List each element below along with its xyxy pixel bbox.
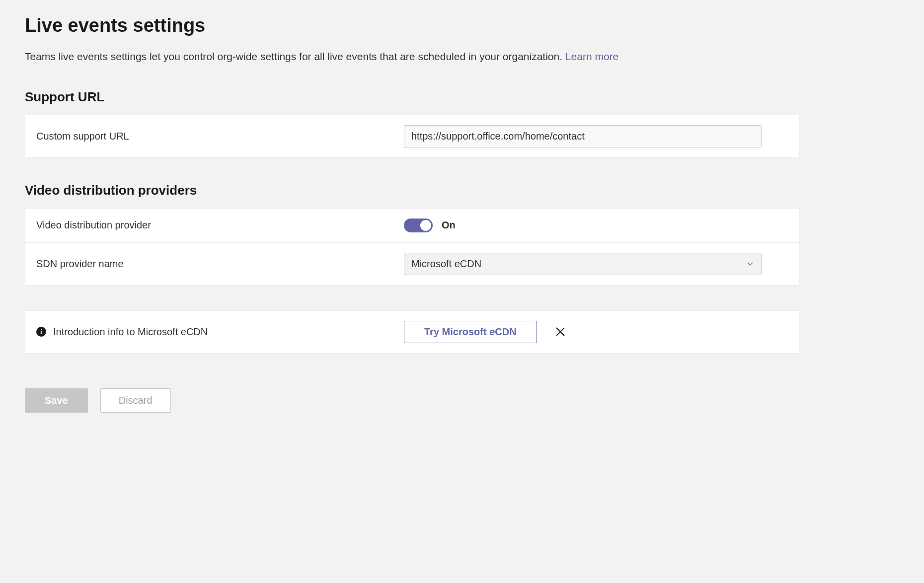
sdn-provider-control: Microsoft eCDN xyxy=(404,253,788,275)
support-url-input[interactable] xyxy=(404,125,762,147)
video-provider-toggle-row: Video distribution provider On xyxy=(25,209,799,243)
video-provider-toggle-control: On xyxy=(404,219,788,232)
sdn-provider-row: SDN provider name Microsoft eCDN xyxy=(25,243,799,285)
video-providers-card: Video distribution provider On SDN provi… xyxy=(25,208,800,286)
support-url-section-title: Support URL xyxy=(25,89,899,105)
close-banner-button[interactable] xyxy=(552,323,569,340)
sdn-provider-label: SDN provider name xyxy=(36,258,404,270)
support-url-control xyxy=(404,125,788,147)
page-title: Live events settings xyxy=(25,15,899,36)
info-banner: i Introduction info to Microsoft eCDN Tr… xyxy=(25,310,800,354)
action-buttons: Save Discard xyxy=(25,388,899,413)
save-button[interactable]: Save xyxy=(25,388,88,413)
support-url-row: Custom support URL xyxy=(25,115,799,157)
try-ecdn-button[interactable]: Try Microsoft eCDN xyxy=(404,321,537,343)
description-text: Teams live events settings let you contr… xyxy=(25,51,565,62)
learn-more-link[interactable]: Learn more xyxy=(565,51,618,62)
support-url-label: Custom support URL xyxy=(36,131,404,142)
page-description: Teams live events settings let you contr… xyxy=(25,49,730,65)
info-row: i Introduction info to Microsoft eCDN Tr… xyxy=(25,311,799,353)
video-providers-section-title: Video distribution providers xyxy=(25,183,899,198)
info-icon: i xyxy=(36,327,46,337)
video-provider-toggle-label: Video distribution provider xyxy=(36,219,404,231)
toggle-knob xyxy=(420,220,431,231)
select-value: Microsoft eCDN xyxy=(411,258,481,270)
support-url-card: Custom support URL xyxy=(25,115,800,158)
chevron-down-icon xyxy=(746,260,754,268)
toggle-container: On xyxy=(404,219,788,232)
sdn-provider-select[interactable]: Microsoft eCDN xyxy=(404,253,762,275)
video-provider-toggle[interactable] xyxy=(404,219,433,232)
select-display: Microsoft eCDN xyxy=(404,253,762,275)
toggle-state-label: On xyxy=(442,219,456,231)
info-text: Introduction info to Microsoft eCDN xyxy=(53,326,404,338)
discard-button[interactable]: Discard xyxy=(100,388,171,413)
close-icon xyxy=(555,326,566,337)
